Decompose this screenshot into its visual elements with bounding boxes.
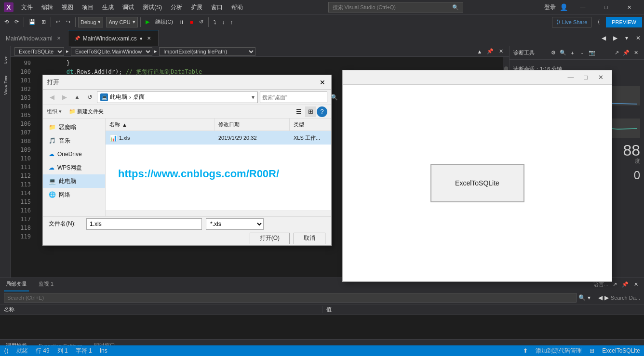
loc-expand-up[interactable]: ▲ xyxy=(475,47,484,56)
undo-btn[interactable]: ↩ xyxy=(54,16,63,28)
tab-mainwindow-cs[interactable]: 📌 MainWindow.xaml.cs ● ✕ xyxy=(68,30,159,46)
menu-view[interactable]: 视图 xyxy=(58,1,77,13)
sidebar-nav-wps[interactable]: ☁ WPS网盘 xyxy=(43,161,105,174)
open-button[interactable]: 打开(O) xyxy=(250,233,290,244)
menu-project[interactable]: 项目 xyxy=(78,1,97,13)
pause-btn[interactable]: ⏸ xyxy=(176,16,187,28)
panel-close[interactable]: ✕ xyxy=(632,30,644,46)
platform-dropdown[interactable]: Any CPU ▾ xyxy=(106,17,137,27)
class-dropdown[interactable]: ExcelToSQLite.MainWindow xyxy=(71,47,152,56)
close-button[interactable]: ✕ xyxy=(618,0,640,14)
collapse-btn[interactable]: ⟨ xyxy=(595,16,602,28)
sidebar-live-share[interactable]: Live xyxy=(1,48,10,72)
back-btn[interactable]: ⟲ xyxy=(2,16,11,28)
debug-mode-dropdown[interactable]: Debug ▾ xyxy=(78,17,103,27)
col-header-name[interactable]: 名称 ▲ xyxy=(106,119,215,131)
run-btn[interactable]: ▶ xyxy=(143,16,152,28)
dialog-hscrollbar[interactable] xyxy=(106,211,331,216)
sidebar-visual-tree[interactable]: Visual Tree xyxy=(1,73,10,97)
file-open-dialog[interactable]: 打开 ✕ ◀ ▶ ▲ ↺ 💻 此电脑 › 桌面 ▾ 🔍 组织 ▾ 📁 xyxy=(42,75,332,246)
panel-float[interactable]: ↗ xyxy=(612,49,621,57)
dialog-close-btn[interactable]: ✕ xyxy=(318,78,327,87)
dialog-back-btn[interactable]: ◀ xyxy=(47,92,57,103)
method-dropdown[interactable]: ImportExcel(string filePath) xyxy=(159,47,255,56)
view-tiles-btn[interactable]: ⊞ xyxy=(305,106,316,117)
locals-search-icon[interactable]: 🔍 xyxy=(578,294,586,301)
panel-close-btn[interactable]: ✕ xyxy=(631,49,640,57)
sidebar-nav-network[interactable]: 🌐 网络 xyxy=(43,188,105,201)
tab-watch[interactable]: 监视 1 xyxy=(37,278,55,291)
menu-extensions[interactable]: 扩展 xyxy=(187,1,206,13)
dialog-up-btn[interactable]: ▲ xyxy=(72,92,82,103)
sidebar-nav-onedrive[interactable]: ☁ OneDrive xyxy=(43,147,105,161)
save-btn[interactable]: 💾 xyxy=(27,16,38,28)
tabs-scroll-right[interactable]: ▶ xyxy=(609,30,621,46)
stop-btn[interactable]: ■ xyxy=(188,16,196,28)
menu-test[interactable]: 测试(S) xyxy=(139,1,166,13)
tab-locals[interactable]: 局部变量 xyxy=(4,278,29,291)
app-maximize-btn[interactable]: □ xyxy=(578,72,593,83)
minimize-button[interactable]: — xyxy=(572,0,594,14)
menu-window[interactable]: 窗口 xyxy=(207,1,227,13)
excel-to-sqlite-button[interactable]: ExcelToSQLite xyxy=(430,164,524,202)
step-over-btn[interactable]: ⤵ xyxy=(211,16,219,28)
file-row-1xls[interactable]: 📊 1.xls 2019/1/29 20:32 XLS 工作... xyxy=(106,131,331,145)
maximize-button[interactable]: □ xyxy=(595,0,617,14)
path-dropdown-icon[interactable]: ▾ xyxy=(252,94,255,101)
dialog-refresh-btn[interactable]: ↺ xyxy=(84,92,95,103)
bottom-close[interactable]: ✕ xyxy=(631,280,640,289)
loc-pin[interactable]: 📌 xyxy=(486,47,495,56)
app-minimize-btn[interactable]: — xyxy=(564,72,578,83)
sidebar-nav-computer[interactable]: 💻 此电脑 xyxy=(43,174,105,188)
live-share-button[interactable]: ⟨⟩ Live Share xyxy=(552,17,592,27)
panel-settings[interactable]: ⚙ xyxy=(549,49,558,57)
step-into-btn[interactable]: ↓ xyxy=(220,16,228,28)
user-icon[interactable]: 👤 xyxy=(560,3,568,11)
search-box[interactable]: 搜索 Visual Studio (Ctrl+Q) 🔍 xyxy=(328,2,463,13)
dialog-forward-btn[interactable]: ▶ xyxy=(59,92,70,103)
locals-search-input[interactable] xyxy=(4,293,577,303)
filetype-select[interactable]: *.xls xyxy=(206,218,264,230)
menu-debug[interactable]: 调试 xyxy=(119,1,138,13)
tab-close-active[interactable]: ✕ xyxy=(146,35,152,42)
bottom-pin[interactable]: 📌 xyxy=(621,280,630,289)
status-project-name[interactable]: ExcelToSQLite xyxy=(602,347,640,354)
view-list-btn[interactable]: ☰ xyxy=(294,106,304,117)
app-close-btn[interactable]: ✕ xyxy=(593,72,608,83)
dialog-search-input[interactable] xyxy=(262,94,329,100)
tab-close-icon[interactable]: ✕ xyxy=(55,35,62,42)
step-out-btn[interactable]: ↑ xyxy=(228,16,236,28)
tab-mainwindow-xaml[interactable]: MainWindow.xaml ✕ xyxy=(0,30,68,46)
menu-build[interactable]: 生成 xyxy=(98,1,118,13)
menu-file[interactable]: 文件 xyxy=(17,1,37,13)
cancel-button[interactable]: 取消 xyxy=(294,233,325,244)
loc-close[interactable]: ✕ xyxy=(496,47,505,56)
app-window[interactable]: — □ ✕ ExcelToSQLite xyxy=(342,70,612,282)
restart-btn[interactable]: ↺ xyxy=(197,16,206,28)
new-folder-button[interactable]: 📁 新建文件夹 xyxy=(65,106,108,117)
login-label[interactable]: 登录 xyxy=(544,3,556,12)
panel-zoom-out[interactable]: - xyxy=(578,49,587,57)
organize-label[interactable]: 组织 ▾ xyxy=(47,108,62,115)
menu-edit[interactable]: 编辑 xyxy=(38,1,57,13)
panel-snapshot[interactable]: 📷 xyxy=(588,49,596,57)
filename-input[interactable] xyxy=(86,218,202,230)
panel-search[interactable]: 🔍 xyxy=(559,49,567,57)
locals-filter-icon[interactable]: ▾ xyxy=(588,294,590,301)
status-source-control[interactable]: 添加到源代码管理 xyxy=(536,347,582,355)
locals-forward-btn[interactable]: ▶ xyxy=(604,294,609,301)
locals-back-btn[interactable]: ◀ xyxy=(598,294,603,301)
col-header-date[interactable]: 修改日期 xyxy=(215,119,290,131)
preview-button[interactable]: PREVIEW xyxy=(606,17,642,27)
panel-pin[interactable]: 📌 xyxy=(622,49,631,57)
tabs-expand[interactable]: ▾ xyxy=(621,30,632,46)
project-dropdown[interactable]: ExcelToSQLite xyxy=(14,47,64,56)
tabs-scroll-left[interactable]: ◀ xyxy=(598,30,609,46)
forward-btn[interactable]: ⟳ xyxy=(12,16,21,28)
panel-zoom-in[interactable]: + xyxy=(568,49,577,57)
view-help-btn[interactable]: ? xyxy=(317,106,327,117)
sidebar-nav-music[interactable]: 🎵 音乐 xyxy=(43,134,105,147)
menu-analyze[interactable]: 分析 xyxy=(167,1,186,13)
menu-help[interactable]: 帮助 xyxy=(228,1,247,13)
sidebar-nav-mogui[interactable]: 📁 恶魔嗡 xyxy=(43,120,105,134)
